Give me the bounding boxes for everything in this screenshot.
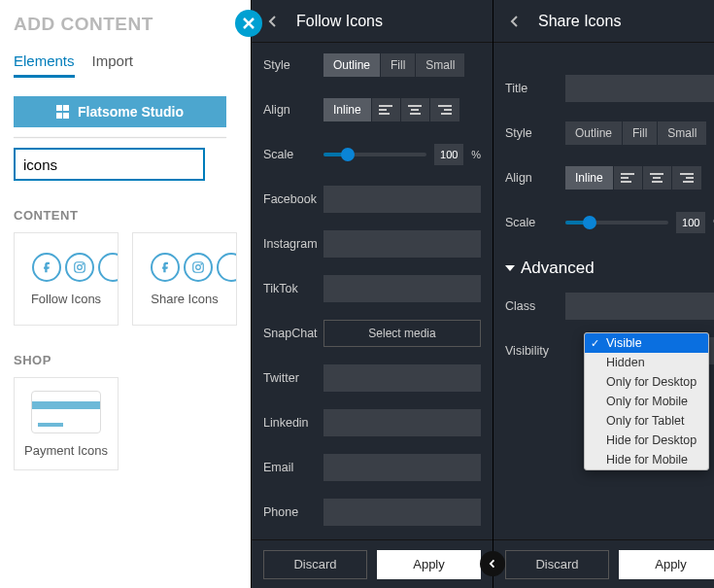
add-content-sidebar: ADD CONTENT Elements Import Flatsome Stu… bbox=[0, 0, 251, 588]
apply-button[interactable]: Apply bbox=[377, 550, 481, 579]
grid-icon bbox=[56, 105, 70, 119]
style-toggle: Outline Fill Small bbox=[565, 121, 706, 145]
label-style: Style bbox=[505, 126, 565, 140]
chevron-left-icon bbox=[268, 15, 278, 28]
close-icon bbox=[242, 17, 255, 30]
style-fill[interactable]: Fill bbox=[381, 53, 416, 77]
align-left-icon bbox=[379, 105, 392, 115]
tab-import[interactable]: Import bbox=[92, 52, 134, 78]
panel-title: Share Icons bbox=[538, 13, 621, 30]
collapse-handle[interactable] bbox=[480, 551, 505, 576]
section-shop-label: SHOP bbox=[14, 353, 237, 367]
label-align: Align bbox=[505, 171, 565, 185]
label-instagram: Instagram bbox=[263, 237, 323, 251]
card-label: Payment Icons bbox=[24, 443, 108, 458]
title-input[interactable] bbox=[565, 75, 714, 102]
opt-visible[interactable]: Visible bbox=[585, 333, 708, 353]
align-center[interactable] bbox=[643, 166, 672, 190]
social-icons-preview bbox=[151, 253, 237, 282]
svg-point-1 bbox=[78, 264, 83, 269]
chevron-left-icon bbox=[489, 559, 496, 569]
search-input[interactable] bbox=[14, 148, 205, 181]
align-right-icon bbox=[680, 173, 694, 183]
align-inline[interactable]: Inline bbox=[323, 98, 372, 121]
section-content-label: CONTENT bbox=[14, 208, 237, 223]
align-toggle: Inline bbox=[565, 166, 701, 190]
label-linkedin: Linkedin bbox=[263, 416, 323, 430]
style-small[interactable]: Small bbox=[416, 53, 464, 77]
advanced-toggle[interactable]: Advanced bbox=[505, 259, 714, 278]
chevron-left-icon bbox=[510, 15, 520, 28]
label-class: Class bbox=[505, 299, 565, 313]
label-visibility: Visibility bbox=[505, 344, 565, 358]
scale-value: 100 bbox=[676, 212, 705, 233]
align-center-icon bbox=[650, 173, 663, 183]
align-left[interactable] bbox=[372, 98, 401, 121]
percent-label: % bbox=[471, 149, 481, 160]
panel-title: Follow Icons bbox=[296, 13, 383, 30]
align-left-icon bbox=[621, 173, 634, 183]
opt-mobile-only[interactable]: Only for Mobile bbox=[585, 392, 708, 411]
svg-point-5 bbox=[200, 262, 202, 264]
svg-point-2 bbox=[82, 262, 84, 264]
social-icons-preview bbox=[32, 253, 119, 282]
label-scale: Scale bbox=[263, 148, 323, 161]
apply-button[interactable]: Apply bbox=[619, 550, 714, 579]
align-right[interactable] bbox=[430, 98, 459, 121]
close-button[interactable] bbox=[235, 10, 262, 37]
back-button[interactable] bbox=[261, 10, 285, 33]
style-toggle: Outline Fill Small bbox=[323, 53, 464, 77]
style-outline[interactable]: Outline bbox=[565, 121, 623, 145]
label-phone: Phone bbox=[263, 505, 323, 519]
align-inline[interactable]: Inline bbox=[565, 166, 614, 190]
align-center[interactable] bbox=[401, 98, 430, 121]
label-title: Title bbox=[505, 82, 565, 95]
label-style: Style bbox=[263, 58, 323, 72]
style-fill[interactable]: Fill bbox=[623, 121, 658, 145]
visibility-dropdown: Visible Hidden Only for Desktop Only for… bbox=[584, 332, 709, 470]
twitter-input[interactable] bbox=[323, 364, 481, 392]
linkedin-input[interactable] bbox=[323, 409, 481, 436]
opt-desktop-only[interactable]: Only for Desktop bbox=[585, 372, 708, 392]
payment-card-icon bbox=[31, 391, 101, 433]
triangle-down-icon bbox=[505, 265, 515, 271]
align-toggle: Inline bbox=[323, 98, 459, 121]
class-input[interactable] bbox=[565, 293, 714, 320]
card-share-icons[interactable]: Share Icons bbox=[132, 232, 237, 326]
page-title: ADD CONTENT bbox=[14, 14, 237, 35]
back-button[interactable] bbox=[503, 10, 527, 33]
email-input[interactable] bbox=[323, 454, 481, 481]
opt-hide-desktop[interactable]: Hide for Desktop bbox=[585, 431, 708, 450]
label-email: Email bbox=[263, 461, 323, 474]
advanced-label: Advanced bbox=[521, 259, 595, 278]
flatsome-studio-button[interactable]: Flatsome Studio bbox=[14, 96, 226, 127]
card-payment-icons[interactable]: Payment Icons bbox=[14, 377, 119, 470]
instagram-input[interactable] bbox=[323, 230, 481, 258]
opt-hidden[interactable]: Hidden bbox=[585, 353, 708, 372]
align-right[interactable] bbox=[672, 166, 701, 190]
discard-button[interactable]: Discard bbox=[505, 550, 609, 579]
opt-hide-mobile[interactable]: Hide for Mobile bbox=[585, 450, 708, 469]
divider bbox=[14, 137, 226, 138]
card-follow-icons[interactable]: Follow Icons bbox=[14, 232, 119, 326]
align-left[interactable] bbox=[614, 166, 643, 190]
label-tiktok: TikTok bbox=[263, 282, 323, 295]
opt-tablet-only[interactable]: Only for Tablet bbox=[585, 411, 708, 431]
discard-button[interactable]: Discard bbox=[263, 550, 367, 579]
scale-slider[interactable] bbox=[323, 153, 426, 156]
svg-point-4 bbox=[196, 264, 201, 269]
card-label: Follow Icons bbox=[31, 292, 101, 306]
tab-elements[interactable]: Elements bbox=[14, 52, 75, 78]
phone-input[interactable] bbox=[323, 499, 481, 526]
scale-slider[interactable] bbox=[565, 221, 668, 225]
style-outline[interactable]: Outline bbox=[323, 53, 381, 77]
scale-value: 100 bbox=[434, 144, 463, 165]
facebook-input[interactable] bbox=[323, 186, 481, 213]
style-small[interactable]: Small bbox=[658, 121, 706, 145]
tiktok-input[interactable] bbox=[323, 275, 481, 302]
select-media-button[interactable]: Select media bbox=[323, 320, 481, 347]
align-center-icon bbox=[408, 105, 422, 115]
label-snapchat: SnapChat bbox=[263, 327, 323, 340]
card-label: Share Icons bbox=[151, 292, 218, 306]
label-facebook: Facebook bbox=[263, 192, 323, 206]
